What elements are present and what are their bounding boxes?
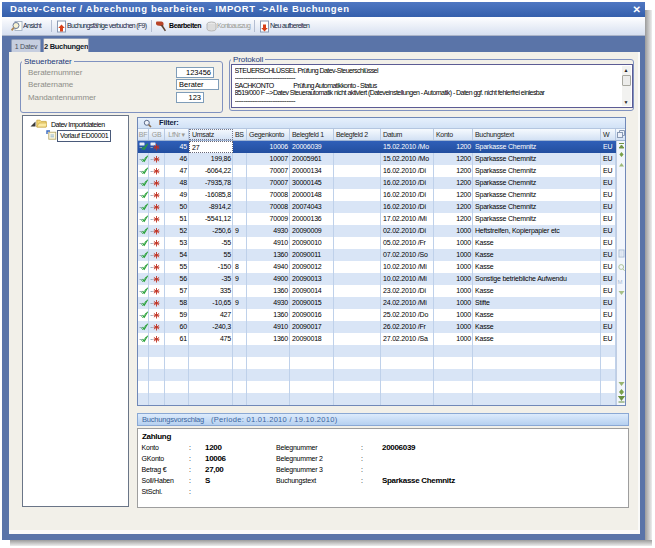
svg-text:M: M <box>618 279 623 285</box>
